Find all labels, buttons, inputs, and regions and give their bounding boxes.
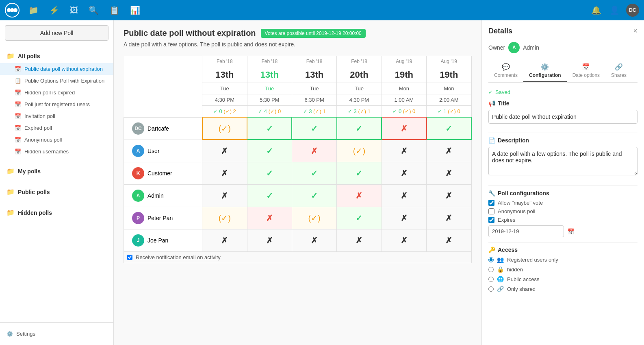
folder-icon-hidden: 📁 bbox=[7, 209, 15, 216]
poll-title-input[interactable] bbox=[488, 110, 637, 124]
sidebar-public-polls-section: 📁 Public polls bbox=[0, 181, 113, 202]
sidebar-group-all-polls[interactable]: 📁 All polls bbox=[0, 49, 113, 63]
app-logo[interactable] bbox=[5, 3, 20, 17]
notification-label[interactable]: Receive notification email on activity bbox=[136, 254, 221, 260]
vote-user-4[interactable]: (✓) bbox=[337, 140, 382, 162]
vote-customer-3[interactable]: ✓ bbox=[292, 162, 336, 184]
vote-peter-4[interactable]: ✓ bbox=[337, 207, 382, 229]
wrench-icon: 🔧 bbox=[488, 190, 495, 197]
user-name-user: User bbox=[147, 148, 160, 154]
table-row: K Customer ✗ ✓ ✓ ✓ ✗ ✗ bbox=[124, 162, 472, 184]
tab-configuration[interactable]: ⚙️ Configuration bbox=[523, 60, 567, 82]
sidebar-item-registered-only[interactable]: 📅 Poll just for registered users bbox=[0, 98, 113, 110]
tab-shares[interactable]: 🔗 Shares bbox=[605, 60, 632, 82]
notifications-icon[interactable]: 🔔 bbox=[590, 4, 603, 17]
vote-joe-6[interactable]: ✗ bbox=[427, 229, 471, 251]
nav-activity-icon[interactable]: ⚡ bbox=[48, 4, 61, 17]
nav-polls-icon[interactable]: 📊 bbox=[128, 4, 142, 17]
anonymous-poll-label[interactable]: Anonymous poll bbox=[498, 208, 536, 214]
avatar-peter: P bbox=[132, 212, 144, 224]
sidebar-item-public-options-exp[interactable]: 📋 Public Options Poll with Expiration bbox=[0, 75, 113, 87]
vote-user-5[interactable]: ✗ bbox=[382, 140, 426, 162]
vote-user-3[interactable]: ✗ bbox=[292, 140, 336, 162]
vote-admin-5[interactable]: ✗ bbox=[382, 184, 426, 207]
vote-dartcafe-4[interactable]: ✓ bbox=[337, 117, 382, 140]
nav-files-icon[interactable]: 📁 bbox=[27, 4, 40, 17]
vote-joe-2[interactable]: ✗ bbox=[247, 229, 292, 251]
tab-date-options[interactable]: 📅 Date options bbox=[567, 60, 605, 82]
tab-comments[interactable]: 💬 Comments bbox=[488, 60, 523, 82]
access-registered-radio[interactable] bbox=[488, 257, 494, 262]
user-avatar[interactable]: DC bbox=[626, 4, 639, 17]
vote-customer-5[interactable]: ✗ bbox=[382, 162, 426, 184]
vote-admin-6[interactable]: ✗ bbox=[427, 184, 471, 207]
col-votes-6: ✓ 1 (✓) 0 bbox=[430, 108, 468, 114]
sidebar-item-hidden-usernames[interactable]: 📅 Hidden usernames bbox=[0, 146, 113, 157]
anonymous-poll-checkbox[interactable] bbox=[488, 208, 494, 214]
vote-admin-3[interactable]: ✓ bbox=[292, 184, 336, 207]
vote-admin-1[interactable]: ✗ bbox=[202, 184, 247, 207]
col-day-4: 20th bbox=[340, 70, 378, 80]
access-shared-row: 🔗 Only shared bbox=[488, 286, 637, 292]
expires-checkbox[interactable] bbox=[488, 217, 494, 223]
sidebar-item-expired[interactable]: 📅 Expired poll bbox=[0, 122, 113, 134]
sidebar-item-public-date-no-exp[interactable]: 📅 Public date poll without expiration bbox=[0, 63, 113, 75]
vote-dartcafe-2[interactable]: ✓ bbox=[247, 117, 292, 140]
vote-peter-3[interactable]: (✓) bbox=[292, 207, 336, 229]
vote-dartcafe-5[interactable]: ✗ bbox=[382, 117, 426, 140]
nav-notes-icon[interactable]: 📋 bbox=[108, 4, 121, 17]
notification-checkbox[interactable] bbox=[127, 255, 132, 260]
vote-user-6[interactable]: ✗ bbox=[427, 140, 471, 162]
allow-maybe-checkbox[interactable] bbox=[488, 200, 494, 206]
sidebar-item-anonymous[interactable]: 📅 Anonymous poll bbox=[0, 134, 113, 146]
nav-photos-icon[interactable]: 🖼 bbox=[68, 4, 80, 17]
vote-dartcafe-3[interactable]: ✓ bbox=[292, 117, 336, 140]
calendar-icon-3: 📅 bbox=[15, 90, 21, 96]
vote-peter-2[interactable]: ✗ bbox=[247, 207, 292, 229]
vote-peter-5[interactable]: ✗ bbox=[382, 207, 426, 229]
expires-date-input[interactable] bbox=[488, 225, 564, 237]
poll-desc-input[interactable]: A date poll with a few options. The poll… bbox=[488, 147, 637, 175]
user-cell-dartcafe: DC Dartcafe bbox=[124, 117, 202, 140]
table-row: P Peter Pan (✓) ✗ (✓) ✓ ✗ ✗ bbox=[124, 207, 472, 229]
access-registered-label[interactable]: Registered users only bbox=[507, 257, 558, 263]
vote-customer-6[interactable]: ✗ bbox=[427, 162, 471, 184]
sidebar-group-public-polls[interactable]: 📁 Public polls bbox=[0, 185, 113, 199]
vote-admin-2[interactable]: ✓ bbox=[247, 184, 292, 207]
access-hidden-label[interactable]: hidden bbox=[507, 266, 523, 273]
sidebar-item-invitation[interactable]: 📅 Invitation poll bbox=[0, 110, 113, 122]
vote-joe-4[interactable]: ✗ bbox=[337, 229, 382, 251]
calendar-picker-icon[interactable]: 📅 bbox=[567, 228, 574, 235]
contacts-icon[interactable]: 👤 bbox=[608, 4, 621, 17]
allow-maybe-label[interactable]: Allow "maybe" vote bbox=[498, 200, 543, 206]
nav-search-icon[interactable]: 🔍 bbox=[87, 4, 100, 17]
vote-peter-1[interactable]: (✓) bbox=[202, 207, 247, 229]
details-close-button[interactable]: × bbox=[633, 27, 637, 35]
vote-customer-4[interactable]: ✓ bbox=[337, 162, 382, 184]
vote-joe-1[interactable]: ✗ bbox=[202, 229, 247, 251]
vote-joe-3[interactable]: ✗ bbox=[292, 229, 336, 251]
col-day-2: 13th bbox=[251, 70, 288, 80]
sidebar-settings-item[interactable]: ⚙️ Settings bbox=[7, 328, 107, 340]
access-public-label[interactable]: Public access bbox=[507, 276, 539, 282]
vote-customer-2[interactable]: ✓ bbox=[247, 162, 292, 184]
vote-dartcafe-1[interactable]: (✓) bbox=[202, 117, 247, 140]
access-shared-radio[interactable] bbox=[488, 286, 494, 292]
vote-admin-4[interactable]: ✗ bbox=[337, 184, 382, 207]
vote-peter-6[interactable]: ✗ bbox=[427, 207, 471, 229]
vote-user-2[interactable]: ✓ bbox=[247, 140, 292, 162]
share-icon: 🔗 bbox=[497, 286, 504, 292]
access-shared-label[interactable]: Only shared bbox=[507, 286, 536, 292]
vote-joe-5[interactable]: ✗ bbox=[382, 229, 426, 251]
expires-label[interactable]: Expires bbox=[498, 217, 515, 223]
access-public-radio[interactable] bbox=[488, 277, 494, 282]
vote-customer-1[interactable]: ✗ bbox=[202, 162, 247, 184]
vote-user-1[interactable]: ✗ bbox=[202, 140, 247, 162]
vote-dartcafe-6[interactable]: ✓ bbox=[427, 117, 471, 140]
sidebar-group-my-polls[interactable]: 📁 My polls bbox=[0, 164, 113, 178]
access-hidden-radio[interactable] bbox=[488, 267, 494, 272]
sidebar-group-hidden-polls[interactable]: 📁 Hidden polls bbox=[0, 205, 113, 220]
sidebar-item-hidden-expired[interactable]: 📅 Hidden poll is expired bbox=[0, 87, 113, 98]
col-time-1: 4:30 PM bbox=[206, 97, 243, 103]
add-poll-button[interactable]: Add new Poll bbox=[5, 25, 108, 41]
